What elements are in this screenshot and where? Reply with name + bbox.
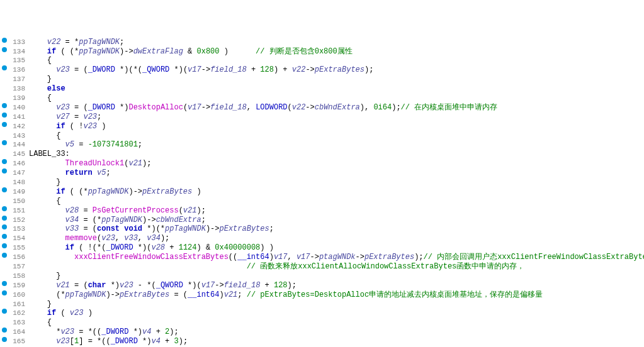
breakpoint-gutter[interactable]	[0, 103, 9, 108]
code-line[interactable]: 153 v33 = (const void *)(*ppTagWNDK)->pE…	[0, 224, 644, 234]
breakpoint-icon[interactable]	[2, 38, 7, 43]
code-content[interactable]: }	[29, 300, 644, 309]
breakpoint-gutter[interactable]	[0, 187, 9, 192]
breakpoint-icon[interactable]	[2, 224, 7, 229]
code-line[interactable]: 150 {	[0, 197, 644, 206]
breakpoint-gutter[interactable]	[0, 243, 9, 248]
breakpoint-icon[interactable]	[2, 216, 7, 221]
breakpoint-icon[interactable]	[2, 187, 7, 192]
breakpoint-icon[interactable]	[2, 206, 7, 211]
code-content[interactable]: *v23 = *((_DWORD *)v4 + 2);	[29, 328, 644, 337]
breakpoint-icon[interactable]	[2, 47, 7, 52]
code-content[interactable]: {	[29, 197, 644, 206]
code-line[interactable]: 148 }	[0, 178, 644, 187]
code-line[interactable]: 162 if ( v23 )	[0, 309, 644, 318]
code-line[interactable]: 135 {	[0, 56, 644, 65]
code-content[interactable]: else	[29, 84, 644, 94]
breakpoint-icon[interactable]	[2, 234, 7, 239]
breakpoint-icon[interactable]	[2, 290, 7, 295]
breakpoint-icon[interactable]	[2, 309, 7, 314]
breakpoint-gutter[interactable]	[0, 253, 9, 258]
code-line[interactable]: 158 }	[0, 272, 644, 281]
breakpoint-gutter[interactable]	[0, 281, 9, 286]
code-line[interactable]: 134 if ( (*ppTagWNDK)->dwExtraFlag & 0x8…	[0, 47, 644, 57]
code-line[interactable]: 164 *v23 = *((_DWORD *)v4 + 2);	[0, 328, 644, 337]
code-content[interactable]: ThreadUnlock1(v21);	[29, 159, 644, 168]
code-content[interactable]: if ( !(*(_DWORD *)(v28 + 1124) & 0x40000…	[29, 243, 644, 253]
code-content[interactable]: return v5;	[29, 168, 644, 178]
code-content[interactable]: if ( v23 )	[29, 309, 644, 318]
breakpoint-icon[interactable]	[2, 281, 7, 286]
code-line[interactable]: 154 memmove(v23, v33, v34);	[0, 234, 644, 243]
code-line[interactable]: 141 v27 = v23;	[0, 113, 644, 122]
code-content[interactable]: v23[1] = *((_DWORD *)v4 + 3);	[29, 337, 644, 346]
code-content[interactable]: {	[29, 56, 644, 65]
code-content[interactable]: v33 = (const void *)(*ppTagWNDK)->pExtra…	[29, 224, 644, 234]
code-content[interactable]: }	[29, 272, 644, 281]
code-line[interactable]: 155 if ( !(*(_DWORD *)(v28 + 1124) & 0x4…	[0, 243, 644, 253]
code-line[interactable]: 133 v22 = *ppTagWNDK;	[0, 38, 644, 47]
code-line[interactable]: 160 (*ppTagWNDK)->pExtraBytes = (__int64…	[0, 290, 644, 300]
breakpoint-icon[interactable]	[2, 168, 7, 174]
code-content[interactable]: }	[29, 75, 644, 84]
code-content[interactable]: v21 = (char *)v23 - *(_QWORD *)(v17->fie…	[29, 281, 644, 290]
code-content[interactable]: }	[29, 178, 644, 187]
code-content[interactable]: if ( (*ppTagWNDK)->dwExtraFlag & 0x800 )…	[29, 47, 644, 57]
code-content[interactable]: LABEL_33:	[29, 150, 644, 159]
code-content[interactable]: {	[29, 318, 644, 328]
code-content[interactable]: if ( (*ppTagWNDK)->pExtraBytes )	[29, 187, 644, 197]
breakpoint-gutter[interactable]	[0, 140, 9, 145]
code-content[interactable]: (*ppTagWNDK)->pExtraBytes = (__int64)v21…	[29, 290, 644, 300]
breakpoint-icon[interactable]	[2, 337, 7, 342]
code-line[interactable]: 138 else	[0, 84, 644, 94]
code-line[interactable]: 137 }	[0, 75, 644, 84]
breakpoint-gutter[interactable]	[0, 206, 9, 211]
code-content[interactable]: v23 = (_DWORD *)(*(_QWORD *)(v17->field_…	[29, 65, 644, 75]
code-line[interactable]: 147 return v5;	[0, 168, 644, 178]
breakpoint-gutter[interactable]	[0, 47, 9, 52]
breakpoint-icon[interactable]	[2, 328, 7, 333]
code-line[interactable]: 157 // 函数来释放xxxClientAllocWindowClassExt…	[0, 262, 644, 272]
code-line[interactable]: 143 {	[0, 131, 644, 141]
code-line[interactable]: 142 if ( !v23 )	[0, 122, 644, 131]
code-content[interactable]: v28 = PsGetCurrentProcess(v21);	[29, 206, 644, 216]
breakpoint-gutter[interactable]	[0, 337, 9, 342]
code-line[interactable]: 144 v5 = -1073741801;	[0, 140, 644, 150]
breakpoint-icon[interactable]	[2, 253, 7, 258]
breakpoint-icon[interactable]	[2, 140, 7, 145]
code-line[interactable]: 145LABEL_33:	[0, 150, 644, 159]
code-content[interactable]: // 函数来释放xxxClientAllocWindowClassExtraBy…	[29, 262, 644, 272]
breakpoint-gutter[interactable]	[0, 65, 9, 70]
breakpoint-icon[interactable]	[2, 113, 7, 118]
code-content[interactable]: v22 = *ppTagWNDK;	[29, 38, 644, 47]
code-content[interactable]: {	[29, 94, 644, 103]
code-content[interactable]: xxxClientFreeWindowClassExtraBytes((__in…	[29, 253, 644, 262]
breakpoint-gutter[interactable]	[0, 122, 9, 127]
code-content[interactable]: memmove(v23, v33, v34);	[29, 234, 644, 243]
breakpoint-icon[interactable]	[2, 65, 7, 70]
code-content[interactable]: v34 = (*ppTagWNDK)->cbWndExtra;	[29, 216, 644, 225]
code-line[interactable]: 152 v34 = (*ppTagWNDK)->cbWndExtra;	[0, 216, 644, 225]
code-line[interactable]: 151 v28 = PsGetCurrentProcess(v21);	[0, 206, 644, 216]
breakpoint-gutter[interactable]	[0, 290, 9, 295]
code-content[interactable]: if ( !v23 )	[29, 122, 644, 131]
breakpoint-icon[interactable]	[2, 103, 7, 108]
breakpoint-gutter[interactable]	[0, 224, 9, 229]
breakpoint-gutter[interactable]	[0, 113, 9, 118]
breakpoint-gutter[interactable]	[0, 38, 9, 43]
code-line[interactable]: 159 v21 = (char *)v23 - *(_QWORD *)(v17-…	[0, 281, 644, 290]
breakpoint-gutter[interactable]	[0, 168, 9, 174]
code-content[interactable]: {	[29, 131, 644, 141]
code-line[interactable]: 163 {	[0, 318, 644, 328]
breakpoint-icon[interactable]	[2, 159, 7, 164]
code-line[interactable]: 139 {	[0, 94, 644, 103]
code-line[interactable]: 146 ThreadUnlock1(v21);	[0, 159, 644, 168]
code-content[interactable]: v23 = (_DWORD *)DesktopAlloc(v17->field_…	[29, 103, 644, 113]
code-content[interactable]: v27 = v23;	[29, 113, 644, 122]
code-line[interactable]: 140 v23 = (_DWORD *)DesktopAlloc(v17->fi…	[0, 103, 644, 113]
code-line[interactable]: 149 if ( (*ppTagWNDK)->pExtraBytes )	[0, 187, 644, 197]
breakpoint-gutter[interactable]	[0, 328, 9, 333]
code-line[interactable]: 161 }	[0, 300, 644, 309]
code-content[interactable]: v5 = -1073741801;	[29, 140, 644, 150]
breakpoint-icon[interactable]	[2, 243, 7, 248]
